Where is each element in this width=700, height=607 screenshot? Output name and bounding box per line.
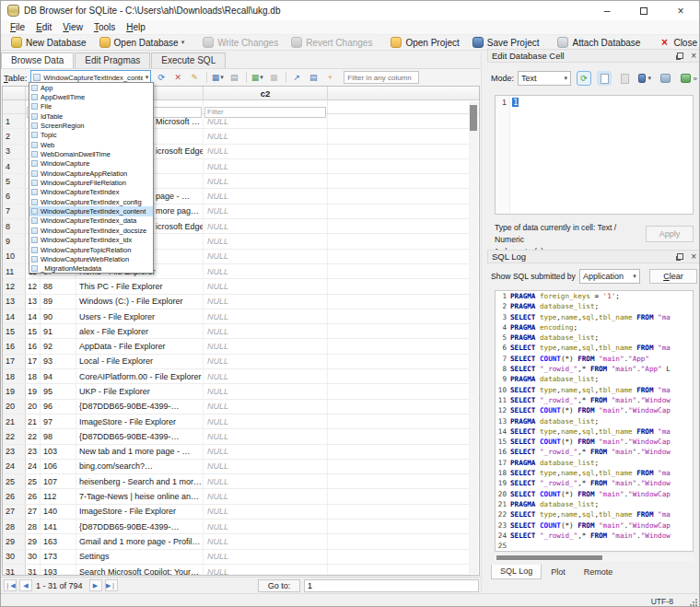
grid-cell[interactable]: 30 xyxy=(26,550,41,564)
row-number[interactable]: 23 xyxy=(3,445,26,459)
row-number[interactable]: 4 xyxy=(3,159,26,173)
grid-cell[interactable]: NULL xyxy=(204,114,328,128)
dropdown-item[interactable]: WebDomainDwellTime xyxy=(29,149,153,158)
dropdown-item[interactable]: App xyxy=(29,83,153,92)
first-page-button[interactable]: ❘◀ xyxy=(4,579,17,591)
resize-grip-icon[interactable] xyxy=(689,598,697,606)
cell-editor[interactable]: 1 1 xyxy=(495,95,694,215)
grid-cell[interactable]: NULL xyxy=(204,489,328,503)
grid-cell[interactable]: New tab and 1 more page - … xyxy=(76,445,204,459)
grid-cell[interactable]: NULL xyxy=(204,234,328,248)
pane-splitter[interactable] xyxy=(481,53,487,593)
grid-cell[interactable]: 23 xyxy=(26,445,41,459)
row-number[interactable]: 17 xyxy=(3,355,26,368)
dropdown-item[interactable]: File xyxy=(29,102,153,111)
grid-cell[interactable]: Gmail and 1 more page - Profil… xyxy=(76,534,204,548)
dropdown-item[interactable]: WindowCaptureTopicRelation xyxy=(29,245,153,254)
export-cell-icon[interactable] xyxy=(678,71,693,86)
grid-cell[interactable]: 107 xyxy=(41,474,76,488)
menu-item-tools[interactable]: Tools xyxy=(88,21,121,33)
row-number[interactable]: 29 xyxy=(3,534,26,548)
toolbar-overflow-icon[interactable]: » xyxy=(694,75,697,83)
grid-cell[interactable]: 19 xyxy=(26,384,41,398)
open-file-icon[interactable] xyxy=(658,71,672,86)
grid-cell[interactable]: NULL xyxy=(204,505,328,519)
row-number[interactable]: 8 xyxy=(3,219,26,233)
sql-log-hscrollbar[interactable] xyxy=(495,554,694,561)
grid-cell[interactable]: 97 xyxy=(41,414,76,428)
close-panel-icon[interactable]: × xyxy=(691,252,696,262)
open-database-button[interactable]: Open Database▾ xyxy=(93,36,192,50)
last-page-button[interactable]: ▶❘ xyxy=(105,579,118,591)
row-number[interactable]: 5 xyxy=(3,174,26,188)
grid-cell[interactable]: 27 xyxy=(26,505,41,519)
grid-cell[interactable]: {D87DDB65-90BE-4399-… xyxy=(76,429,204,443)
menu-item-view[interactable]: View xyxy=(57,21,88,33)
row-number[interactable]: 3 xyxy=(3,145,26,158)
text-mode-icon[interactable] xyxy=(597,71,612,86)
binary-mode-icon[interactable] xyxy=(617,71,632,86)
grid-cell[interactable]: 14 xyxy=(26,309,41,323)
clear-filters-icon[interactable]: ✕ xyxy=(171,71,184,84)
save-cell-icon[interactable]: ▾ xyxy=(637,71,652,86)
grid-cell[interactable]: 98 xyxy=(41,429,76,443)
grid-cell[interactable]: 141 xyxy=(41,519,76,533)
grid-cell[interactable]: 89 xyxy=(41,295,76,309)
grid-cell[interactable]: 103 xyxy=(41,445,76,459)
save-results-icon[interactable]: ▦▾ xyxy=(211,71,224,84)
dropdown-item[interactable]: WindowCaptureTextIndex_idx xyxy=(29,236,153,245)
grid-cell[interactable]: 12 xyxy=(26,279,41,293)
grid-cell[interactable]: 7-Tage-News | heise online an… xyxy=(76,489,204,503)
menu-item-edit[interactable]: Edit xyxy=(30,21,57,33)
grid-cell[interactable]: 92 xyxy=(41,339,76,353)
grid-cell[interactable]: 29 xyxy=(26,534,41,548)
refresh-icon[interactable]: ⟳ xyxy=(155,71,168,84)
grid-cell[interactable]: alex - File Explorer xyxy=(76,324,204,338)
grid-cell[interactable]: 24 xyxy=(26,460,41,473)
row-number[interactable]: 28 xyxy=(3,519,26,533)
grid-cell[interactable]: NULL xyxy=(204,369,328,383)
grid-cell[interactable]: NULL xyxy=(204,264,328,278)
grid-vertical-scrollbar[interactable] xyxy=(469,101,478,574)
grid-cell[interactable]: AppData - File Explorer xyxy=(76,339,204,353)
new-database-button[interactable]: New Database xyxy=(5,36,93,50)
grid-cell[interactable]: NULL xyxy=(204,159,328,173)
print-icon[interactable]: ▤ xyxy=(228,71,240,84)
menu-item-file[interactable]: File xyxy=(5,21,30,33)
row-number[interactable]: 18 xyxy=(3,369,26,383)
filter-any-column-input[interactable] xyxy=(344,71,419,84)
grid-cell[interactable]: NULL xyxy=(204,534,328,548)
float-panel-icon[interactable] xyxy=(677,253,683,260)
row-number[interactable]: 15 xyxy=(3,324,26,338)
dropdown-item[interactable]: WindowCaptureTextIndex_docsize xyxy=(29,226,153,235)
apply-button[interactable]: Apply xyxy=(646,226,694,242)
grid-cell[interactable]: {D87DDB65-90BE-4399-… xyxy=(76,400,204,414)
dropdown-item[interactable]: WindowCaptureFileRelation xyxy=(29,178,153,187)
grid-cell[interactable]: heisenberg - Search and 1 mor… xyxy=(76,474,204,488)
grid-cell[interactable]: ImageStore - File Explorer xyxy=(76,505,204,519)
dropdown-item[interactable]: WindowCaptureTextIndex xyxy=(29,188,153,197)
tab-browse-data[interactable]: Browse Data xyxy=(1,53,74,68)
close-database-button[interactable]: ×Close Database xyxy=(652,36,700,50)
column-header[interactable]: c2 xyxy=(204,87,328,99)
grid-cell[interactable]: 17 xyxy=(26,355,41,368)
maximize-button[interactable] xyxy=(625,1,662,20)
grid-cell[interactable]: 20 xyxy=(26,400,41,414)
scrollbar-thumb[interactable] xyxy=(470,105,477,131)
row-number[interactable]: 19 xyxy=(3,384,26,398)
close-button[interactable]: × xyxy=(662,1,699,20)
grid-cell[interactable]: NULL xyxy=(204,204,328,218)
row-number[interactable]: 13 xyxy=(3,295,26,309)
grid-cell[interactable]: 22 xyxy=(26,429,41,443)
row-number[interactable]: 25 xyxy=(3,474,26,488)
encoding-indicator[interactable]: UTF-8 xyxy=(651,597,673,606)
dropdown-item[interactable]: Web xyxy=(29,140,153,149)
grid-cell[interactable]: Windows (C:) - File Explorer xyxy=(76,295,204,309)
dropdown-item[interactable]: IdTable xyxy=(29,111,153,121)
row-number[interactable]: 31 xyxy=(3,565,26,576)
grid-cell[interactable]: 28 xyxy=(26,519,41,533)
row-number[interactable]: 21 xyxy=(3,414,26,428)
grid-cell[interactable]: 96 xyxy=(41,400,76,414)
row-number[interactable]: 26 xyxy=(3,489,26,503)
grid-cell[interactable]: 25 xyxy=(26,474,41,488)
